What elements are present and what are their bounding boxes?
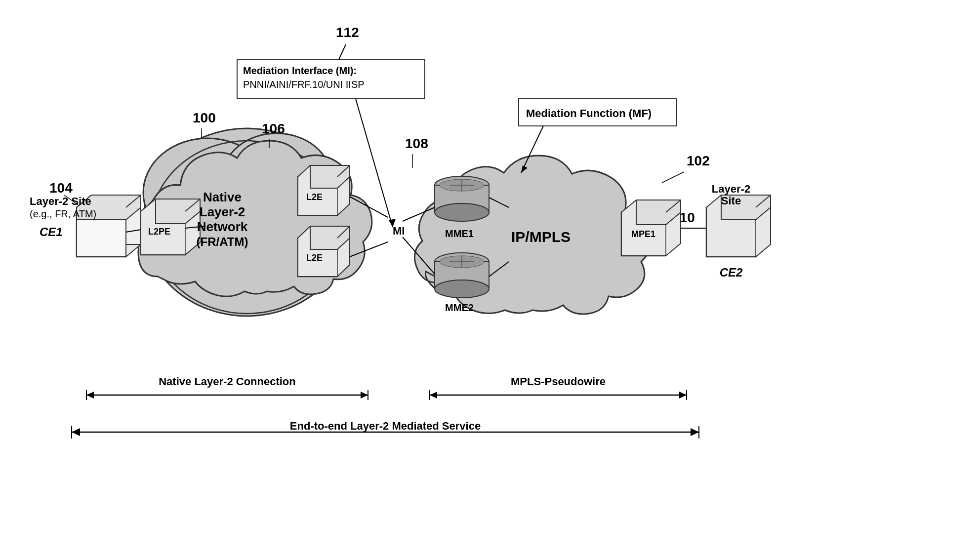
ip-mpls-text: IP/MPLS	[511, 229, 571, 245]
svg-text:(FR/ATM): (FR/ATM)	[197, 235, 248, 248]
svg-text:112: 112	[336, 25, 359, 40]
ce1-layer2-label: Layer-2 Site	[30, 195, 91, 207]
ce1-label: CE1	[40, 225, 63, 239]
l2e-top-device: L2E	[298, 165, 350, 215]
ref-104-label: 104	[49, 180, 73, 196]
l2pe-device: L2PE	[141, 199, 200, 255]
svg-point-70	[435, 280, 489, 298]
svg-text:Site: Site	[721, 195, 741, 207]
svg-text:PNNI/AINI/FRF.10/UNI IISP: PNNI/AINI/FRF.10/UNI IISP	[243, 79, 365, 90]
end-to-end-label: End-to-end Layer-2 Mediated Service	[290, 420, 481, 432]
ref-100-label: 100	[193, 110, 216, 125]
ref-106-label: 106	[262, 121, 285, 136]
main-diagram: 112 Mediation Interface (MI): PNNI/AINI/…	[0, 0, 980, 559]
svg-text:Layer-2: Layer-2	[200, 204, 245, 219]
mi-label: MI	[393, 225, 405, 237]
mme2-label: MME2	[445, 302, 474, 313]
svg-text:L2E: L2E	[306, 192, 323, 202]
svg-text:MPE1: MPE1	[631, 229, 655, 239]
ce2-layer2-label: Layer-2	[712, 183, 750, 195]
svg-text:L2E: L2E	[306, 253, 323, 263]
mpe1-device: MPE1	[621, 200, 681, 256]
mpls-pseudowire-label: MPLS-Pseudowire	[511, 375, 606, 388]
svg-text:Mediation Function (MF): Mediation Function (MF)	[526, 107, 652, 120]
l2e-bottom-device: L2E	[298, 226, 350, 277]
ref-108-label: 108	[405, 136, 428, 151]
svg-point-64	[435, 203, 489, 221]
svg-text:L2PE: L2PE	[148, 227, 170, 237]
mme1-label: MME1	[445, 228, 474, 239]
diagram-container: 112 Mediation Interface (MI): PNNI/AINI/…	[0, 0, 980, 559]
native-connection-label: Native Layer-2 Connection	[159, 375, 296, 388]
ce2-label: CE2	[720, 266, 743, 279]
native-network-text: Native	[203, 190, 242, 204]
svg-text:Mediation Interface (MI):: Mediation Interface (MI):	[243, 65, 357, 76]
ref-102-label: 102	[687, 153, 710, 168]
ce1-fr-atm-label: (e.g., FR, ATM)	[30, 208, 96, 219]
